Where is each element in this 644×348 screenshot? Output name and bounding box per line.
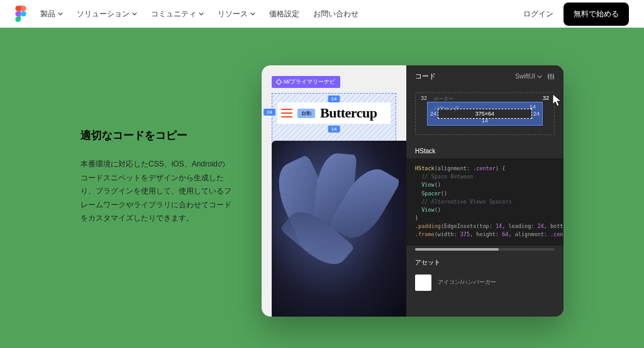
- pad-right: 24: [533, 111, 540, 117]
- asset-row[interactable]: アイコン/ハンバーガー: [406, 271, 564, 295]
- site-header: 製品 ソリューション コミュニティ リソース 価格設定 お問い合わせ ログイン …: [0, 0, 644, 28]
- chevron-down-icon: [199, 11, 204, 16]
- primary-nav: 製品 ソリューション コミュニティ リソース 価格設定 お問い合わせ: [40, 9, 358, 19]
- hstack-label: HStack: [406, 140, 564, 158]
- asset-heading: アセット: [406, 251, 564, 271]
- spacing-bottom: 14: [328, 126, 340, 133]
- spacing-left: 24: [264, 109, 275, 116]
- brand-text: Buttercup: [320, 105, 377, 121]
- canvas-panel: M/プライマリーナビ 14 24 自動 Buttercup 14: [262, 65, 406, 317]
- nav-solutions[interactable]: ソリューション: [77, 9, 137, 19]
- nav-contact[interactable]: お問い合わせ: [313, 9, 358, 19]
- padding-box: パディング 14 24 375×64 24 14: [427, 102, 543, 126]
- section-heading: 適切なコードをコピー: [80, 128, 231, 143]
- svg-point-0: [548, 75, 549, 77]
- panel-header: コード SwiftUI: [406, 65, 564, 87]
- nav-pricing[interactable]: 価格設定: [269, 9, 299, 19]
- component-icon: [276, 79, 282, 85]
- chevron-down-icon: [250, 11, 255, 16]
- horizontal-scrollbar[interactable]: [415, 248, 555, 251]
- chevron-down-icon: [58, 11, 63, 16]
- hamburger-icon: [281, 109, 292, 117]
- inspect-panel: コード SwiftUI 32 ボーダー 32 パディング 14 24 375×6…: [406, 65, 564, 317]
- login-link[interactable]: ログイン: [523, 9, 553, 19]
- nav-products[interactable]: 製品: [40, 9, 63, 19]
- code-snippet[interactable]: HStack(alignment: .center) { // Space Be…: [406, 158, 564, 246]
- auto-layout-pill: 自動: [297, 109, 315, 118]
- chevron-down-icon: [537, 74, 542, 79]
- border-tl: 32: [421, 95, 427, 101]
- section-body: 本番環境に対応したCSS、iOS、Androidのコードスニペットをデザインから…: [80, 158, 231, 226]
- asset-thumbnail: [415, 275, 431, 291]
- pad-left: 24: [430, 111, 436, 117]
- nav-community[interactable]: コミュニティ: [151, 9, 204, 19]
- asset-name: アイコン/ハンバーガー: [438, 278, 496, 286]
- border-tr: 32: [543, 95, 549, 101]
- product-screenshot: M/プライマリーナビ 14 24 自動 Buttercup 14 コード S: [262, 65, 564, 317]
- hero-photo: [272, 141, 406, 317]
- padding-label: パディング: [434, 105, 459, 112]
- spacing-top: 14: [328, 95, 340, 102]
- panel-title: コード: [415, 72, 515, 81]
- copy-block: 適切なコードをコピー 本番環境に対応したCSS、iOS、Androidのコードス…: [80, 128, 231, 348]
- hero-section: 適切なコードをコピー 本番環境に対応したCSS、iOS、Androidのコードス…: [0, 28, 644, 348]
- settings-sliders-icon[interactable]: [547, 73, 555, 80]
- pad-bottom: 14: [482, 117, 488, 124]
- figma-logo-icon[interactable]: [15, 6, 26, 22]
- nav-bar-element: 自動 Buttercup: [277, 102, 391, 124]
- chevron-down-icon: [132, 11, 137, 16]
- component-tag: M/プライマリーナビ: [272, 76, 340, 88]
- svg-point-1: [550, 74, 552, 75]
- box-model-diagram: 32 ボーダー 32 パディング 14 24 375×64 24 14: [415, 92, 555, 135]
- language-select[interactable]: SwiftUI: [515, 73, 542, 80]
- signup-button[interactable]: 無料で始める: [564, 3, 629, 26]
- pad-top: 14: [530, 104, 536, 110]
- nav-resources[interactable]: リソース: [218, 9, 255, 19]
- svg-point-2: [553, 77, 554, 78]
- cursor-icon: [552, 93, 564, 108]
